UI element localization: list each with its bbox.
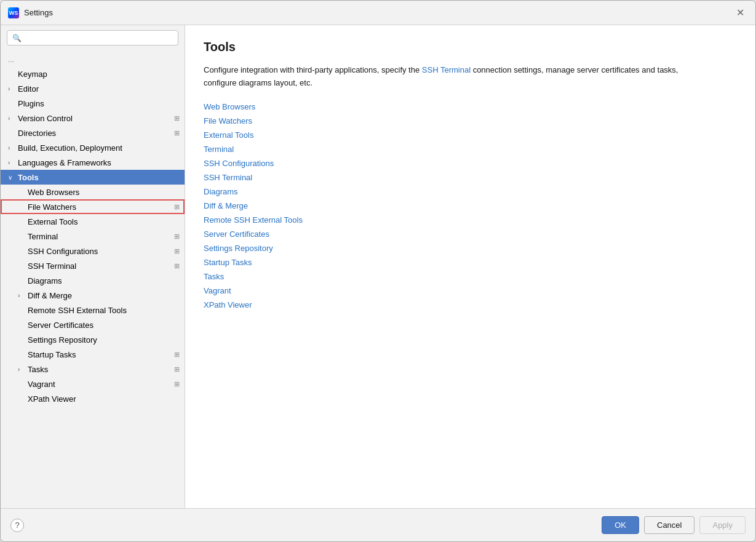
app-logo: WS [8, 7, 19, 18]
title-bar: WS Settings ✕ [1, 1, 755, 25]
content-area: 🔍 ... Keymap › Editor Plugins [1, 25, 755, 508]
dialog-title: Settings [24, 8, 733, 17]
sidebar-item-label: Terminal [28, 232, 172, 241]
link-settings-repository[interactable]: Settings Repository [204, 244, 737, 253]
sidebar-item-label: SSH Configurations [28, 247, 172, 256]
sidebar-item-web-browsers[interactable]: Web Browsers [1, 185, 185, 199]
settings-icon: ⊞ [174, 203, 180, 211]
bottom-bar: ? OK Cancel Apply [1, 508, 755, 541]
sidebar-item-label: Languages & Frameworks [18, 158, 180, 167]
link-ssh-terminal[interactable]: SSH Terminal [204, 173, 737, 182]
sidebar-item-label: Startup Tasks [28, 350, 172, 359]
sidebar-item-directories[interactable]: Directories ⊞ [1, 126, 185, 140]
sidebar-item-label: SSH Terminal [28, 261, 172, 271]
chevron-icon: › [8, 115, 15, 122]
search-icon: 🔍 [12, 34, 22, 42]
sidebar-item-external-tools[interactable]: External Tools [1, 214, 185, 229]
settings-icon: ⊞ [174, 129, 180, 137]
chevron-icon: › [18, 366, 25, 373]
sidebar-item-label: Diagrams [28, 276, 180, 285]
sidebar-item-label: Settings Repository [28, 335, 180, 345]
chevron-icon: › [18, 292, 25, 299]
sidebar-item-remote-ssh[interactable]: Remote SSH External Tools [1, 303, 185, 317]
sidebar-item-server-certificates[interactable]: Server Certificates [1, 317, 185, 332]
main-panel: Tools Configure integration with third-p… [185, 25, 755, 508]
sidebar-item-label: Plugins [18, 99, 180, 108]
sidebar-item-label: Diff & Merge [28, 291, 180, 300]
sidebar-item-label: Server Certificates [28, 321, 180, 330]
settings-icon: ⊞ [174, 351, 180, 359]
close-button[interactable]: ✕ [733, 6, 748, 20]
search-box[interactable]: 🔍 [7, 30, 178, 46]
sidebar-item-tasks[interactable]: › Tasks ⊞ [1, 362, 185, 377]
search-input[interactable] [25, 33, 173, 42]
help-button[interactable]: ? [10, 519, 24, 532]
link-terminal[interactable]: Terminal [204, 145, 737, 154]
sidebar-item-label: Tools [18, 173, 180, 182]
sidebar-item-label: File Watchers [28, 202, 172, 212]
sidebar-item-languages[interactable]: › Languages & Frameworks [1, 155, 185, 170]
settings-icon: ⊞ [174, 365, 180, 373]
ssh-terminal-link[interactable]: SSH Terminal [422, 65, 471, 74]
sidebar-item-label: Keymap [18, 70, 180, 79]
sidebar-item-build[interactable]: › Build, Execution, Deployment [1, 140, 185, 155]
link-vagrant[interactable]: Vagrant [204, 286, 737, 295]
link-web-browsers[interactable]: Web Browsers [204, 102, 737, 111]
cancel-button[interactable]: Cancel [644, 516, 694, 534]
sidebar-item-ssh-configurations[interactable]: SSH Configurations ⊞ [1, 244, 185, 258]
sidebar-item-label: XPath Viewer [28, 394, 180, 404]
sidebar-item-startup-tasks[interactable]: Startup Tasks ⊞ [1, 347, 185, 362]
chevron-icon: › [8, 159, 15, 166]
bottom-right: OK Cancel Apply [602, 516, 746, 534]
sidebar-item-diagrams[interactable]: Diagrams [1, 273, 185, 288]
link-diff-merge[interactable]: Diff & Merge [204, 201, 737, 210]
sidebar-item-diff-merge[interactable]: › Diff & Merge [1, 288, 185, 303]
sidebar-item-terminal[interactable]: Terminal ⊞ [1, 229, 185, 244]
sidebar-item-ssh-terminal[interactable]: SSH Terminal ⊞ [1, 258, 185, 273]
sidebar-item-tools[interactable]: ∨ Tools [1, 170, 185, 185]
sidebar-item-keymap[interactable]: Keymap [1, 66, 185, 81]
settings-icon: ⊞ [174, 233, 180, 241]
link-tasks[interactable]: Tasks [204, 272, 737, 281]
apply-button[interactable]: Apply [699, 516, 746, 534]
link-startup-tasks[interactable]: Startup Tasks [204, 258, 737, 267]
link-server-certificates[interactable]: Server Certificates [204, 229, 737, 239]
sidebar-item-label: Build, Execution, Deployment [18, 143, 180, 153]
sidebar-item-label: Remote SSH External Tools [28, 306, 180, 315]
chevron-icon: › [8, 86, 15, 92]
settings-icon: ⊞ [174, 262, 180, 270]
sidebar-item-xpath-viewer[interactable]: XPath Viewer [1, 391, 185, 406]
link-list: Web Browsers File Watchers External Tool… [204, 102, 737, 309]
sidebar-item-file-watchers[interactable]: File Watchers ⊞ [1, 199, 185, 214]
sidebar: 🔍 ... Keymap › Editor Plugins [1, 25, 185, 508]
settings-icon: ⊞ [174, 114, 180, 122]
link-diagrams[interactable]: Diagrams [204, 187, 737, 196]
sidebar-item-label: External Tools [28, 217, 180, 226]
link-xpath-viewer[interactable]: XPath Viewer [204, 300, 737, 309]
chevron-down-icon: ∨ [8, 174, 15, 181]
sidebar-item-vagrant[interactable]: Vagrant ⊞ [1, 377, 185, 391]
settings-dialog: WS Settings ✕ 🔍 ... Keymap › Edit [0, 0, 756, 542]
sidebar-item-label: Vagrant [28, 380, 172, 389]
sidebar-item-label: Tasks [28, 365, 172, 374]
sidebar-item-label: Version Control [18, 114, 172, 123]
sidebar-tree: ... Keymap › Editor Plugins [1, 50, 185, 508]
page-description: Configure integration with third-party a… [204, 64, 708, 90]
sidebar-item-label: Editor [18, 84, 180, 94]
sidebar-item-settings-repository[interactable]: Settings Repository [1, 332, 185, 347]
sidebar-item-editor[interactable]: › Editor [1, 81, 185, 96]
ok-button[interactable]: OK [602, 516, 639, 534]
link-ssh-configurations[interactable]: SSH Configurations [204, 159, 737, 168]
link-file-watchers[interactable]: File Watchers [204, 116, 737, 126]
ws-logo-icon: WS [8, 7, 19, 18]
sidebar-item-label: Web Browsers [28, 188, 180, 197]
settings-icon: ⊞ [174, 380, 180, 388]
chevron-icon: › [8, 145, 15, 151]
link-remote-ssh[interactable]: Remote SSH External Tools [204, 215, 737, 225]
bottom-left: ? [10, 519, 24, 532]
sidebar-item-version-control[interactable]: › Version Control ⊞ [1, 111, 185, 126]
sidebar-item-plugins[interactable]: Plugins [1, 96, 185, 111]
link-external-tools[interactable]: External Tools [204, 130, 737, 140]
sidebar-item-label: Directories [18, 129, 172, 138]
dots-row: ... [1, 53, 185, 66]
